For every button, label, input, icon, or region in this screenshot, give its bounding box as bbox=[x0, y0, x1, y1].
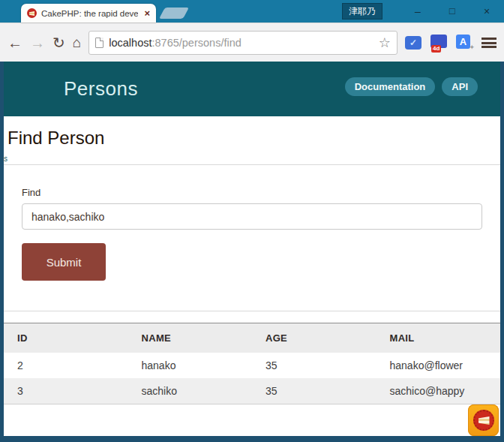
browser-tab[interactable]: CakePHP: the rapid develo × bbox=[21, 4, 156, 23]
section-divider bbox=[4, 311, 500, 311]
translate-icon: A bbox=[456, 35, 470, 49]
back-icon[interactable]: ← bbox=[8, 35, 22, 50]
table-header-row: ID NAME AGE MAIL bbox=[4, 323, 500, 353]
site-nav: Documentation API bbox=[345, 77, 478, 96]
cell-id: 3 bbox=[4, 378, 128, 404]
url-text[interactable]: localhost:8765/persons/find bbox=[109, 37, 374, 49]
title-bar: CakePHP: the rapid develo × 津耶乃 – □ × bbox=[0, 0, 504, 23]
cell-name: hanako bbox=[128, 353, 253, 378]
nav-documentation-link[interactable]: Documentation bbox=[345, 77, 436, 96]
column-header-age: AGE bbox=[252, 323, 376, 353]
debug-kit-toggle[interactable] bbox=[468, 404, 499, 436]
find-form: Find Submit bbox=[4, 165, 500, 281]
close-button[interactable]: × bbox=[470, 0, 504, 23]
browser-toolbar: ← → ↻ ⌂ localhost:8765/persons/find ☆ ✓ … bbox=[0, 23, 504, 62]
profile-badge[interactable]: 津耶乃 bbox=[342, 3, 382, 20]
inbox-extension-icon[interactable]: ✓ bbox=[405, 35, 423, 51]
extension-badge: 4d bbox=[431, 45, 441, 53]
new-tab-button[interactable] bbox=[159, 8, 189, 19]
page-content: Persons Documentation API Find Person s … bbox=[0, 62, 504, 442]
submit-button[interactable]: Submit bbox=[22, 243, 106, 281]
page-icon bbox=[95, 38, 104, 48]
url-host: localhost bbox=[109, 37, 152, 49]
find-input[interactable] bbox=[22, 203, 482, 230]
tab-close-icon[interactable]: × bbox=[142, 8, 152, 19]
home-icon[interactable]: ⌂ bbox=[73, 35, 81, 50]
cell-mail: hanako@flower bbox=[376, 353, 501, 378]
cell-age: 35 bbox=[252, 378, 376, 404]
nav-api-link[interactable]: API bbox=[442, 77, 478, 96]
column-header-mail: MAIL bbox=[376, 323, 501, 353]
cell-name: sachiko bbox=[128, 378, 253, 404]
translate-extension-icon[interactable]: A ✦ bbox=[456, 35, 474, 51]
column-header-name: NAME bbox=[128, 323, 253, 353]
column-header-id: ID bbox=[4, 323, 128, 353]
minimize-button[interactable]: – bbox=[400, 0, 435, 23]
tab-title: CakePHP: the rapid develo bbox=[41, 9, 138, 18]
table-row: 2 hanako 35 hanako@flower bbox=[4, 353, 500, 378]
address-bar[interactable]: localhost:8765/persons/find ☆ bbox=[88, 31, 398, 55]
inbox-check-icon: ✓ bbox=[405, 36, 422, 50]
calendar-extension-icon[interactable]: 4d bbox=[430, 35, 448, 51]
browser-window: CakePHP: the rapid develo × 津耶乃 – □ × ← … bbox=[0, 0, 504, 442]
find-label: Find bbox=[22, 187, 482, 198]
window-controls: 津耶乃 – □ × bbox=[342, 0, 504, 23]
results-table: ID NAME AGE MAIL 2 hanako 35 hanako@flow… bbox=[4, 323, 500, 404]
forward-icon: → bbox=[30, 35, 45, 50]
cake-slice-icon bbox=[478, 416, 490, 425]
site-brand[interactable]: Persons bbox=[64, 77, 138, 101]
translate-star-icon: ✦ bbox=[469, 44, 475, 51]
maximize-button[interactable]: □ bbox=[435, 0, 470, 23]
cakephp-favicon-icon bbox=[27, 8, 37, 18]
page-title: Find Person bbox=[4, 116, 500, 149]
site-header: Persons Documentation API bbox=[4, 62, 500, 116]
url-path: :8765/persons/find bbox=[152, 37, 241, 49]
bookmark-star-icon[interactable]: ☆ bbox=[379, 35, 391, 51]
cell-mail: sachico@happy bbox=[376, 378, 501, 404]
cakephp-logo-icon bbox=[473, 410, 494, 431]
reload-icon[interactable]: ↻ bbox=[52, 35, 65, 50]
edge-artifact-text: s bbox=[4, 155, 8, 163]
table-row: 3 sachiko 35 sachico@happy bbox=[4, 378, 500, 404]
cell-age: 35 bbox=[252, 353, 376, 378]
menu-icon[interactable] bbox=[482, 38, 496, 48]
cell-id: 2 bbox=[4, 353, 128, 378]
